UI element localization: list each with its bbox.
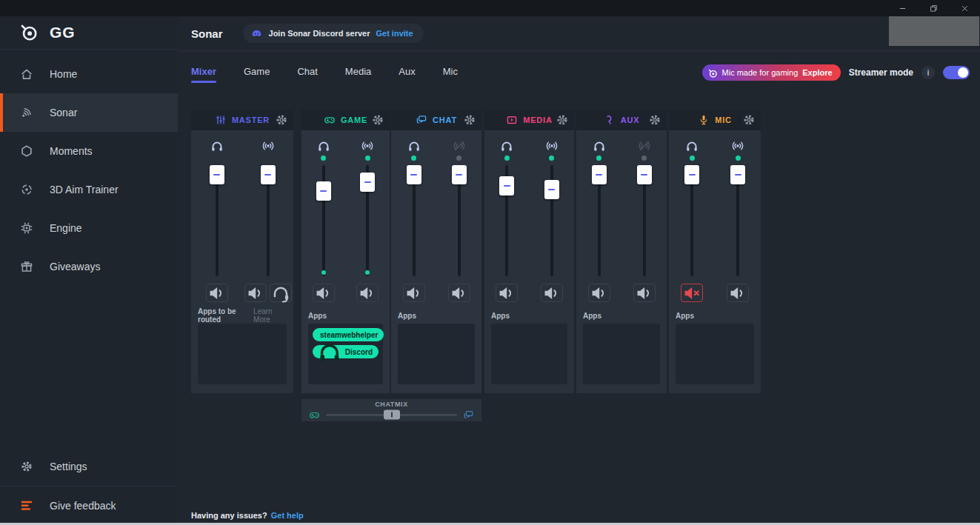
sidebar-item-home[interactable]: Home: [0, 55, 178, 93]
sidebar-item-giveaways[interactable]: Giveaways: [0, 247, 178, 286]
channel-settings-button[interactable]: [371, 113, 384, 127]
volume-slider-stream[interactable]: [346, 165, 390, 276]
promo-explore-link[interactable]: Explore: [802, 68, 832, 77]
mute-button[interactable]: [403, 284, 425, 302]
sidebar-item-give-feedback[interactable]: Give feedback: [0, 486, 178, 525]
mic-icon: [698, 114, 710, 126]
mute-button[interactable]: [727, 284, 749, 302]
speaker-icon: [727, 283, 748, 304]
slider-handle[interactable]: [360, 173, 375, 192]
channel-label: CHAT: [433, 116, 457, 124]
tab-aux[interactable]: Aux: [399, 61, 415, 84]
mute-button[interactable]: [356, 284, 379, 302]
close-button[interactable]: [949, 0, 980, 16]
channel-settings-button[interactable]: [463, 113, 476, 127]
gear-icon: [556, 113, 569, 127]
mute-button-muted[interactable]: [681, 284, 703, 302]
volume-slider-stream[interactable]: [530, 165, 575, 276]
apps-header: Apps: [484, 311, 574, 320]
main-content: Sonar Join Sonar Discord server Get invi…: [178, 16, 980, 525]
mute-button[interactable]: [313, 284, 335, 302]
info-icon[interactable]: i: [921, 66, 935, 79]
status-dot: [736, 156, 741, 161]
mic-promo-banner[interactable]: Mic made for gaming Explore: [702, 64, 841, 81]
tab-mic[interactable]: Mic: [443, 61, 458, 84]
volume-slider-headphones[interactable]: [484, 165, 530, 276]
get-help-link[interactable]: Get help: [271, 511, 304, 520]
volume-slider-headphones[interactable]: [301, 165, 346, 276]
mute-button[interactable]: [541, 284, 563, 302]
output-buttons: [206, 284, 228, 302]
headphones-icon: [407, 139, 421, 153]
sonar-icon: [20, 106, 33, 119]
mute-button[interactable]: [448, 284, 470, 302]
sidebar-item-settings[interactable]: Settings: [0, 447, 178, 486]
volume-slider-headphones[interactable]: [191, 165, 242, 276]
volume-slider-stream[interactable]: [715, 165, 761, 276]
channel-column-stream: [346, 139, 390, 302]
aux-icon: [604, 114, 616, 126]
slider-handle[interactable]: [499, 176, 514, 195]
chatmix-track[interactable]: [326, 414, 457, 416]
minimize-button[interactable]: [887, 0, 918, 16]
tab-mixer[interactable]: Mixer: [191, 61, 216, 84]
slider-handle[interactable]: [261, 165, 276, 184]
volume-slider-stream[interactable]: [621, 165, 667, 276]
tab-game[interactable]: Game: [244, 61, 270, 84]
mute-button[interactable]: [588, 284, 610, 302]
status-dot: [321, 156, 326, 161]
slider-handle[interactable]: [407, 165, 421, 184]
channel-column-headphones: [301, 139, 346, 302]
slider-handle[interactable]: [210, 165, 224, 184]
learn-more-link[interactable]: Learn More: [253, 307, 287, 324]
status-dot: [641, 156, 647, 161]
slider-handle[interactable]: [452, 165, 467, 184]
channel-panel-aux: AUXApps: [576, 110, 667, 393]
sidebar-item-3d-aim-trainer[interactable]: 3D Aim Trainer: [0, 170, 178, 209]
mute-button[interactable]: [244, 284, 267, 302]
headphones-icon: [593, 139, 606, 153]
channel-settings-button[interactable]: [275, 113, 288, 127]
slider-handle[interactable]: [684, 165, 699, 184]
sidebar-item-sonar[interactable]: Sonar: [0, 93, 178, 132]
apps-header: Apps: [576, 311, 667, 320]
app-chip[interactable]: Discord: [313, 345, 379, 358]
discord-banner[interactable]: Join Sonar Discord server Get invite: [243, 24, 424, 43]
gear-icon: [275, 113, 288, 127]
sidebar-item-engine[interactable]: Engine: [0, 209, 178, 247]
minimize-icon: [898, 4, 907, 13]
mute-button[interactable]: [206, 284, 228, 302]
channel-settings-button[interactable]: [556, 113, 569, 127]
apps-label: Apps: [308, 312, 327, 320]
tab-chat[interactable]: Chat: [297, 61, 317, 84]
chatmix-handle[interactable]: [384, 410, 400, 420]
restore-button[interactable]: [918, 0, 949, 16]
slider-handle[interactable]: [730, 165, 745, 184]
streamer-mode-toggle[interactable]: [943, 66, 970, 79]
slider-handle[interactable]: [637, 165, 652, 184]
sidetone-button[interactable]: [270, 284, 292, 302]
promo-text: Mic made for gaming: [722, 68, 799, 77]
volume-slider-headphones[interactable]: [391, 165, 436, 276]
volume-slider-stream[interactable]: [242, 165, 293, 276]
volume-slider-headphones[interactable]: [576, 165, 621, 276]
channel-panel-master: MASTERApps to be routedLearn More: [191, 110, 293, 393]
chat-icon: [416, 114, 427, 126]
tab-media[interactable]: Media: [345, 61, 371, 84]
mute-button[interactable]: [496, 284, 518, 302]
discord-get-invite-link[interactable]: Get invite: [376, 29, 413, 38]
channel-settings-button[interactable]: [742, 113, 756, 127]
sidebar-item-moments[interactable]: Moments: [0, 132, 178, 170]
slider-handle[interactable]: [316, 181, 331, 201]
volume-slider-headphones[interactable]: [669, 165, 715, 276]
mute-button[interactable]: [633, 284, 656, 302]
slider-handle[interactable]: [544, 180, 559, 199]
app-logo[interactable]: GG: [0, 16, 178, 49]
page-header: Sonar Join Sonar Discord server Get invi…: [178, 16, 980, 51]
channel-settings-button[interactable]: [648, 113, 661, 127]
gear-icon: [463, 113, 476, 127]
channel-header-chat: CHAT: [391, 110, 481, 130]
slider-handle[interactable]: [592, 165, 607, 184]
volume-slider-stream[interactable]: [436, 165, 481, 276]
discord-icon: [250, 27, 263, 40]
